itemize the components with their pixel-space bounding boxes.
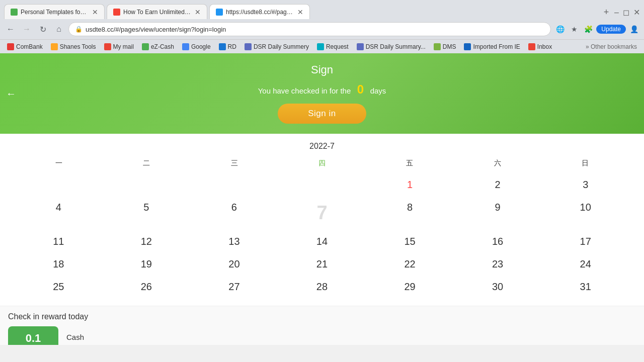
bookmark-item-0[interactable]: ComBank: [4, 42, 46, 51]
calendar-day-7: 4: [15, 197, 102, 230]
reward-subdesc: Direct release to account balance: [66, 343, 164, 345]
calendar-day-22: 19: [103, 253, 190, 275]
back-nav-button[interactable]: ←: [4, 23, 17, 36]
sign-header: ← Sign You have checked in for the 0 day…: [0, 53, 644, 134]
lock-icon: 🔒: [75, 26, 83, 33]
sign-page-title: Sign: [10, 63, 634, 76]
calendar-day-23: 20: [191, 253, 278, 275]
day-header-sat: 六: [453, 157, 541, 170]
minimize-button[interactable]: –: [614, 8, 619, 17]
url-text: usdte8.cc/#/pages/view/ucenter/sign?logi…: [86, 26, 226, 33]
day-header-tue: 二: [103, 157, 190, 170]
new-tab-button[interactable]: +: [599, 5, 613, 19]
calendar-day-31: 28: [279, 276, 366, 298]
calendar-section: 2022-7 一 二 三 四 五 六 日 1234567891011121314…: [0, 134, 644, 306]
calendar-day-30: 27: [191, 276, 278, 298]
reward-section: Check in reward today 0.1 Cash Cash Dire…: [0, 306, 644, 345]
bookmark-item-10[interactable]: Imported From IE: [461, 42, 523, 51]
bookmark-item-3[interactable]: eZ-Cash: [139, 42, 177, 51]
calendar-day-32: 29: [366, 276, 453, 298]
day-header-sun: 日: [541, 157, 629, 170]
calendar-day-0: [15, 174, 102, 196]
calendar-day-25: 22: [366, 253, 453, 275]
bookmark-item-6[interactable]: DSR Daily Summery: [242, 42, 312, 51]
reward-description: Cash Direct release to account balance: [66, 333, 164, 345]
bookmark-item-7[interactable]: Request: [314, 42, 352, 51]
calendar-day-15: 12: [103, 231, 190, 252]
calendar-day-17: 14: [279, 231, 366, 252]
calendar-day-24: 21: [279, 253, 366, 275]
check-text-after: days: [370, 86, 386, 95]
calendar-day-21: 18: [15, 253, 102, 275]
bookmark-item-1[interactable]: Shanes Tools: [48, 42, 99, 51]
bookmark-item-8[interactable]: DSR Daily Summary...: [354, 42, 429, 51]
calendar-day-10: 7: [279, 197, 366, 230]
calendar-day-3: [279, 174, 366, 196]
close-button[interactable]: ✕: [633, 8, 640, 17]
calendar-day-34: 31: [542, 276, 629, 298]
calendar-header: 一 二 三 四 五 六 日: [15, 157, 629, 170]
calendar-day-18: 15: [366, 231, 453, 252]
calendar-day-6: 3: [542, 174, 629, 196]
calendar-day-2: [191, 174, 278, 196]
extensions-icon[interactable]: 🧩: [582, 23, 594, 35]
reload-button[interactable]: ↻: [36, 23, 49, 36]
bookmark-item-2[interactable]: My mail: [101, 42, 137, 51]
calendar-day-8: 5: [103, 197, 190, 230]
calendar-day-11: 8: [366, 197, 453, 230]
update-button[interactable]: Update: [596, 25, 626, 34]
profile-icon[interactable]: 👤: [628, 23, 640, 35]
calendar-day-19: 16: [454, 231, 541, 252]
reward-label: Cash: [66, 333, 164, 341]
home-button[interactable]: ⌂: [52, 23, 65, 36]
bookmark-item-4[interactable]: Google: [179, 42, 214, 51]
reward-title: Check in reward today: [8, 312, 636, 321]
calendar-day-28: 25: [15, 276, 102, 298]
other-bookmarks[interactable]: » Other bookmarks: [583, 42, 640, 51]
reward-card: 0.1 Cash Cash Direct release to account …: [8, 326, 636, 345]
calendar-day-1: [103, 174, 190, 196]
day-header-fri: 五: [366, 157, 453, 170]
calendar-day-20: 17: [542, 231, 629, 252]
check-in-info: You have checked in for the 0 days: [10, 82, 634, 97]
calendar-day-14: 11: [15, 231, 102, 252]
url-bar[interactable]: 🔒 usdte8.cc/#/pages/view/ucenter/sign?lo…: [68, 22, 551, 36]
calendar-day-4: 1: [366, 174, 453, 196]
day-header-wed: 三: [191, 157, 278, 170]
calendar-day-27: 24: [542, 253, 629, 275]
bookmark-star-icon[interactable]: ★: [568, 23, 580, 35]
calendar-day-5: 2: [454, 174, 541, 196]
back-button[interactable]: ←: [6, 88, 16, 100]
calendar-day-9: 6: [191, 197, 278, 230]
translate-icon[interactable]: 🌐: [554, 23, 566, 35]
restore-button[interactable]: ◻: [623, 8, 629, 17]
bookmark-item-9[interactable]: DMS: [431, 42, 459, 51]
browser-tab-tab3[interactable]: https://usdte8.cc/#/pages/view/... ✕: [209, 4, 310, 19]
calendar-day-12: 9: [454, 197, 541, 230]
calendar-day-29: 26: [103, 276, 190, 298]
browser-tab-tab1[interactable]: Personal Templates for YouTube ✕: [4, 4, 105, 19]
reward-amount-box: 0.1 Cash: [8, 326, 58, 345]
calendar-title: 2022-7: [15, 142, 629, 151]
bookmark-item-11[interactable]: Inbox: [525, 42, 555, 51]
check-text-before: You have checked in for the: [258, 86, 351, 95]
calendar-day-33: 30: [454, 276, 541, 298]
day-header-thu: 四: [278, 157, 366, 170]
calendar-day-16: 13: [191, 231, 278, 252]
check-days-count: 0: [357, 82, 364, 96]
sign-in-button[interactable]: Sign in: [278, 104, 366, 124]
calendar-day-13: 10: [542, 197, 629, 230]
calendar-day-26: 23: [454, 253, 541, 275]
forward-nav-button[interactable]: →: [20, 23, 33, 36]
reward-amount: 0.1: [26, 332, 41, 345]
browser-tab-tab2[interactable]: How To Earn Unlimited Usdt An... ✕: [107, 4, 207, 19]
day-header-mon: 一: [15, 157, 103, 170]
bookmark-item-5[interactable]: RD: [216, 42, 239, 51]
calendar-body: 1234567891011121314151617181920212223242…: [15, 174, 629, 298]
